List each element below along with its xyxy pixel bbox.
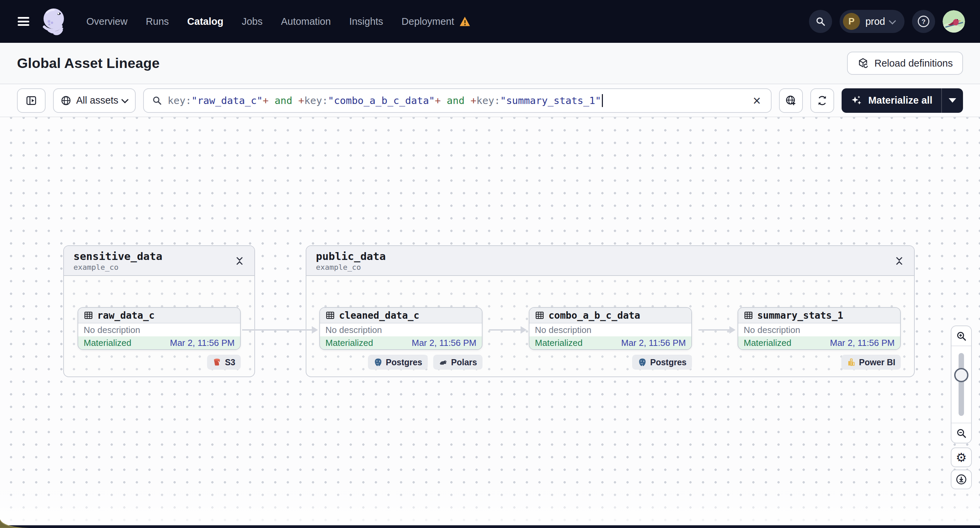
powerbi-icon xyxy=(847,358,856,366)
sparkle-icon xyxy=(850,94,863,107)
menu-icon[interactable] xyxy=(16,14,31,28)
materialize-options-button[interactable] xyxy=(942,88,963,113)
asset-node-raw-data-c[interactable]: raw_data_c No description Materialized M… xyxy=(78,307,241,350)
group-location: example_co xyxy=(316,263,905,271)
asset-description: No description xyxy=(530,323,691,336)
group-location: example_co xyxy=(73,263,245,271)
lineage-canvas[interactable]: sensitive_data example_co public_data ex… xyxy=(0,117,980,528)
chevron-down-icon xyxy=(236,254,242,261)
caret-down-icon xyxy=(949,98,956,103)
zoom-out-icon xyxy=(956,428,967,439)
tag-label: Postgres xyxy=(386,357,422,367)
zoom-slider[interactable] xyxy=(951,346,971,423)
table-icon xyxy=(744,311,753,320)
bottom-fade xyxy=(0,481,980,525)
top-navbar: Overview Runs Catalog Jobs Automation In… xyxy=(0,0,980,43)
zoom-slider-track[interactable] xyxy=(959,353,964,416)
edge-combo-to-summary xyxy=(698,329,730,331)
group-name: public_data xyxy=(316,250,905,262)
asset-status-row: Materialized Mar 2, 11:56 PM xyxy=(530,336,691,349)
asset-node-cleaned-data-c[interactable]: cleaned_data_c No description Materializ… xyxy=(319,307,482,350)
nav-automation[interactable]: Automation xyxy=(281,16,331,27)
help-button[interactable]: ? xyxy=(912,10,935,33)
asset-status-row: Materialized Mar 2, 11:56 PM xyxy=(738,336,900,349)
status-badge: Materialized xyxy=(325,338,373,348)
download-graph-button[interactable] xyxy=(951,469,972,489)
svg-text:?: ? xyxy=(921,18,926,25)
search-icon xyxy=(152,95,162,106)
asset-name: summary_stats_1 xyxy=(757,310,843,321)
table-icon xyxy=(325,311,335,320)
query-text: key:"raw_data_c"+ and +key:"combo_a_b_c_… xyxy=(168,94,603,107)
reload-definitions-button[interactable]: Reload definitions xyxy=(847,52,963,75)
zoom-slider-thumb[interactable] xyxy=(954,368,969,382)
clear-query-button[interactable]: × xyxy=(751,94,763,107)
polars-icon xyxy=(439,358,448,367)
reload-definitions-label: Reload definitions xyxy=(874,58,953,69)
download-icon xyxy=(956,474,967,485)
open-left-panel-button[interactable] xyxy=(17,88,46,113)
tag-power-bi[interactable]: Power BI xyxy=(841,355,901,369)
edge-cleaned-to-combo xyxy=(489,329,521,331)
nav-catalog[interactable]: Catalog xyxy=(187,16,223,27)
chevron-down-icon xyxy=(896,254,902,261)
asset-node-combo-a-b-c-data[interactable]: combo_a_b_c_data No description Material… xyxy=(529,307,692,350)
tag-label: Polars xyxy=(451,357,477,367)
page-title: Global Asset Lineage xyxy=(17,55,159,71)
collapse-group-button[interactable] xyxy=(892,254,906,268)
materialization-timestamp[interactable]: Mar 2, 11:56 PM xyxy=(170,338,235,348)
nav-deployment[interactable]: Deployment xyxy=(402,16,471,27)
dagster-logo[interactable] xyxy=(39,6,70,37)
asset-scope-dropdown[interactable]: All assets xyxy=(53,88,136,113)
nav-runs[interactable]: Runs xyxy=(146,16,169,27)
deployment-switcher[interactable]: P prod xyxy=(840,10,905,33)
materialization-timestamp[interactable]: Mar 2, 11:56 PM xyxy=(830,338,895,348)
materialization-timestamp[interactable]: Mar 2, 11:56 PM xyxy=(412,338,476,348)
table-icon xyxy=(84,311,93,320)
kind-tags-cleaned-data-c: Postgres Polars xyxy=(319,355,482,369)
edge-raw-to-cleaned xyxy=(242,329,312,331)
materialization-timestamp[interactable]: Mar 2, 11:56 PM xyxy=(621,338,686,348)
user-avatar[interactable] xyxy=(943,10,965,33)
graph-settings-button[interactable]: ⚙ xyxy=(951,447,972,467)
tag-label: Power BI xyxy=(859,357,895,367)
group-header[interactable]: public_data example_co xyxy=(306,246,914,276)
asset-status-row: Materialized Mar 2, 11:56 PM xyxy=(320,336,482,349)
status-badge: Materialized xyxy=(744,338,791,348)
tag-s3[interactable]: S3 xyxy=(207,355,241,369)
nav-jobs[interactable]: Jobs xyxy=(242,16,262,27)
chevron-up-icon xyxy=(896,261,902,267)
materialize-all-button[interactable]: Materialize all xyxy=(842,88,941,113)
lineage-query-input[interactable]: key:"raw_data_c"+ and +key:"combo_a_b_c_… xyxy=(143,88,772,113)
search-icon xyxy=(815,16,826,27)
tag-postgres[interactable]: Postgres xyxy=(368,355,428,369)
collapse-group-button[interactable] xyxy=(232,254,246,268)
corner-illustration-peek xyxy=(0,519,29,528)
kind-tags-raw-data-c: S3 xyxy=(78,355,241,369)
chevron-down-icon xyxy=(889,17,896,24)
warning-icon xyxy=(459,16,471,27)
group-name: sensitive_data xyxy=(73,250,245,262)
asset-description: No description xyxy=(738,323,900,336)
materialize-split-button: Materialize all xyxy=(842,88,963,113)
nav-insights[interactable]: Insights xyxy=(349,16,383,27)
group-header[interactable]: sensitive_data example_co xyxy=(64,246,255,276)
asset-name: raw_data_c xyxy=(97,310,155,321)
refresh-button[interactable] xyxy=(810,88,834,113)
zoom-in-button[interactable] xyxy=(951,326,971,346)
nav-overview[interactable]: Overview xyxy=(86,16,127,27)
postgres-icon xyxy=(373,358,383,367)
refresh-icon xyxy=(816,95,828,106)
nav-right-cluster: P prod ? xyxy=(809,10,965,33)
tag-polars[interactable]: Polars xyxy=(433,355,482,369)
asset-node-summary-stats-1[interactable]: summary_stats_1 No description Materiali… xyxy=(738,307,901,350)
chevron-down-icon xyxy=(121,96,129,103)
status-badge: Materialized xyxy=(84,338,131,348)
tag-label: Postgres xyxy=(650,357,687,367)
tag-postgres[interactable]: Postgres xyxy=(632,355,692,369)
asset-description: No description xyxy=(78,323,240,336)
search-button[interactable] xyxy=(809,10,832,33)
tag-label: S3 xyxy=(225,357,235,367)
zoom-out-button[interactable] xyxy=(951,423,971,443)
new-asset-graph-button[interactable] xyxy=(779,88,803,113)
